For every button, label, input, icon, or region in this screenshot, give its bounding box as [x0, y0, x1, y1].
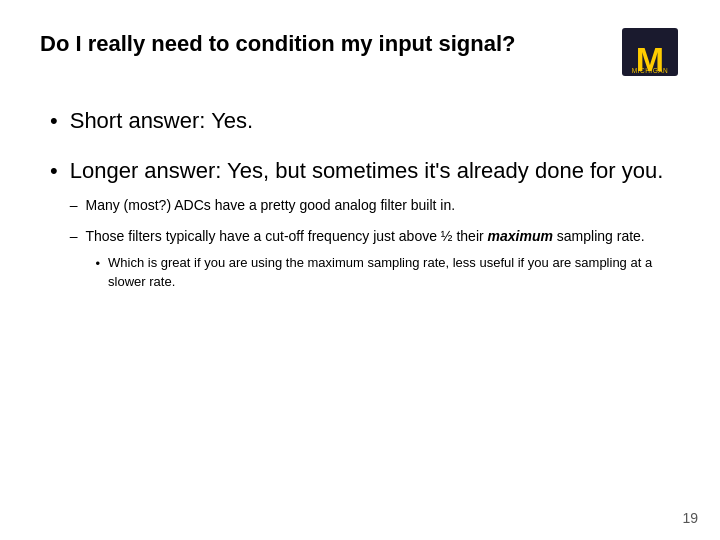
university-logo: M MICHIGAN [620, 26, 680, 78]
header-area: Do I really need to condition my input s… [40, 30, 680, 78]
michigan-logo-icon: M MICHIGAN [620, 26, 680, 78]
sub-bullet-item-2: – Those filters typically have a cut-off… [70, 226, 680, 296]
sub-bullet-text-2a: Those filters typically have a cut-off f… [86, 228, 645, 244]
sub-sub-bullet-item-1: • Which is great if you are using the ma… [96, 254, 681, 292]
sub-sub-bullet-dot-1: • [96, 256, 101, 271]
sub-bullet-dash-1: – [70, 197, 78, 213]
slide-title: Do I really need to condition my input s… [40, 30, 515, 59]
bullet-item-2: • Longer answer: Yes, but sometimes it's… [50, 156, 680, 306]
bullet-dot-2: • [50, 158, 58, 184]
bullet-item-1: • Short answer: Yes. [50, 106, 680, 136]
bullet-dot-1: • [50, 108, 58, 134]
svg-text:MICHIGAN: MICHIGAN [632, 67, 669, 74]
sub-bullet-dash-2: – [70, 228, 78, 244]
maximum-text: maximum [488, 228, 553, 244]
content-area: • Short answer: Yes. • Longer answer: Ye… [40, 106, 680, 306]
bullet-text-2: Longer answer: Yes, but sometimes it's a… [70, 158, 664, 183]
slide-container: Do I really need to condition my input s… [0, 0, 720, 540]
sub-sub-bullet-text-1: Which is great if you are using the maxi… [108, 254, 680, 292]
sub-bullet-item-1: – Many (most?) ADCs have a pretty good a… [70, 195, 680, 215]
page-number: 19 [682, 510, 698, 526]
sub-bullets: – Many (most?) ADCs have a pretty good a… [70, 195, 680, 295]
sub-bullet-content-2: Those filters typically have a cut-off f… [86, 226, 681, 296]
sub-sub-bullets: • Which is great if you are using the ma… [96, 254, 681, 292]
bullet-content-2: Longer answer: Yes, but sometimes it's a… [70, 156, 680, 306]
bullet-text-1: Short answer: Yes. [70, 106, 253, 136]
sub-bullet-text-1: Many (most?) ADCs have a pretty good ana… [86, 195, 456, 215]
